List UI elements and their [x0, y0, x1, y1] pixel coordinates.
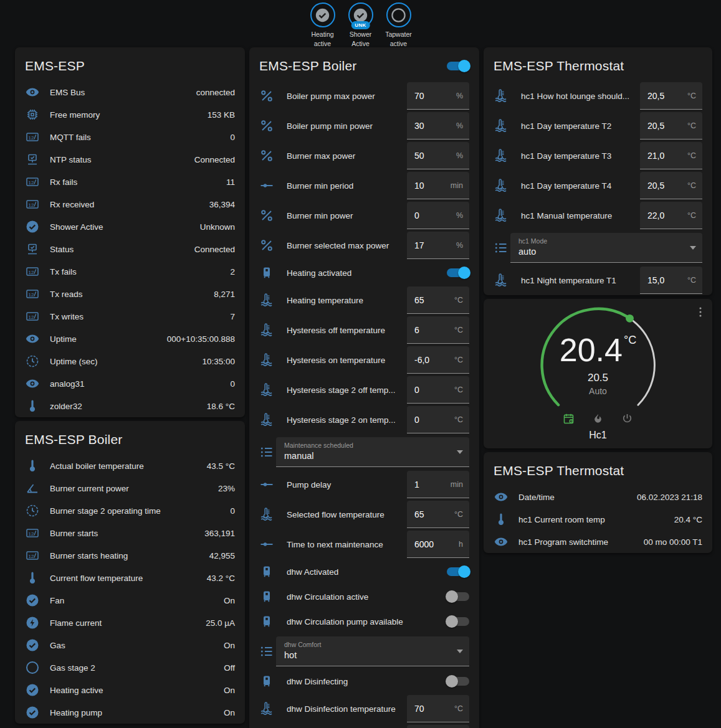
entity-row[interactable]: 12Burner starts363,191	[15, 522, 245, 544]
number-input[interactable]: 0%	[407, 202, 469, 229]
card-title: EMS-ESP	[15, 47, 245, 81]
dial-handle[interactable]	[626, 314, 634, 323]
entity-label: Tx writes	[50, 312, 230, 321]
badge-label: Heating active	[305, 30, 341, 49]
toggle-switch[interactable]	[447, 617, 469, 626]
state-badge[interactable]: Tapwater active	[381, 2, 417, 49]
entity-row[interactable]: GasOn	[15, 634, 245, 656]
state-badge[interactable]: UNKShower Active	[343, 2, 379, 49]
entity-row[interactable]: 12Tx fails2	[15, 260, 245, 283]
entity-row[interactable]: Free memory153 KB	[15, 103, 245, 126]
entity-label: Fan	[50, 596, 224, 605]
entity-label: Heating active	[50, 686, 224, 695]
number-input[interactable]: 65°C	[407, 501, 469, 528]
number-input[interactable]: 50%	[407, 142, 469, 169]
number-input[interactable]: 30%	[407, 112, 469, 139]
number-input[interactable]: 70°C	[407, 695, 469, 722]
number-input[interactable]: 1min	[407, 471, 469, 498]
number-input[interactable]: 15,0°C	[640, 267, 702, 294]
entity-row[interactable]: Current flow temperature43.2 °C	[15, 567, 245, 589]
number-input[interactable]: 10min	[407, 172, 469, 199]
number-input[interactable]: 0°C	[407, 406, 469, 433]
entity-label: hc1 Day temperature T2	[521, 121, 640, 131]
more-menu-icon[interactable]	[694, 305, 707, 319]
entity-row[interactable]: 12Rx fails11	[15, 171, 245, 193]
entity-row[interactable]: NTP statusConnected	[15, 148, 245, 171]
entity-value: 0	[230, 379, 235, 389]
entity-row[interactable]: 12Burner starts heating42,955	[15, 544, 245, 567]
entity-row[interactable]: Flame current25.0 µA	[15, 612, 245, 634]
entity-row[interactable]: EMS Busconnected	[15, 81, 245, 103]
power-icon[interactable]	[621, 412, 634, 425]
entity-row[interactable]: Burner current power23%	[15, 477, 245, 499]
number-input[interactable]: 21,0°C	[640, 142, 702, 169]
number-input[interactable]: 70%	[407, 82, 469, 110]
number-input[interactable]: 20,5°C	[640, 172, 702, 199]
entity-rows: Boiler pump max power70%Boiler pump min …	[249, 81, 479, 728]
thermo-water-icon	[259, 352, 274, 367]
entity-label: Gas stage 2	[50, 663, 224, 673]
number-value: 70	[414, 704, 424, 714]
entity-row[interactable]: zolder3218.6 °C	[15, 395, 245, 417]
badge-circle	[310, 2, 335, 27]
entity-rows: hc1 How hot lounge should...20,5°Chc1 Da…	[484, 81, 712, 295]
entity-row[interactable]: Heating activeOn	[15, 679, 245, 701]
toggle-switch[interactable]	[447, 567, 469, 576]
number-input[interactable]: 6°C	[407, 316, 469, 344]
entity-row[interactable]: Burner stage 2 operating time0	[15, 499, 245, 522]
eye-icon	[494, 534, 509, 549]
counter-icon: 12	[25, 130, 40, 144]
number-input[interactable]: 20,5°C	[640, 112, 702, 139]
entity-row[interactable]: FanOn	[15, 589, 245, 612]
thermostat-dial[interactable]: 20.4°C 20.5 Auto	[530, 304, 667, 411]
entity-value: Unknown	[200, 222, 235, 232]
entity-row[interactable]: hc1 Current room temp20.4 °C	[484, 508, 712, 531]
entity-row[interactable]: Gas stage 2Off	[15, 656, 245, 679]
entity-label: Heating activated	[287, 268, 447, 278]
boiler-icon	[259, 614, 274, 629]
entity-row[interactable]: Shower ActiveUnknown	[15, 215, 245, 238]
number-unit: °C	[454, 510, 463, 519]
card-ems-esp: EMS-ESP EMS BusconnectedFree memory153 K…	[15, 47, 245, 417]
number-input[interactable]: 40°C	[407, 725, 469, 728]
svg-text:12: 12	[29, 554, 34, 559]
number-input[interactable]: 20,5°C	[640, 82, 702, 110]
toggle-switch[interactable]	[447, 677, 469, 686]
entity-row[interactable]: StatusConnected	[15, 238, 245, 260]
entity-row[interactable]: Date/time06.02.2023 21:18	[484, 486, 712, 508]
entity-row[interactable]: Heating pumpOn	[15, 701, 245, 724]
entity-label: hc1 Program switchtime	[518, 537, 644, 547]
entity-row[interactable]: 12Rx received36,394	[15, 193, 245, 215]
entity-row[interactable]: 12Tx reads8,271	[15, 283, 245, 305]
current-temp-unit: °C	[624, 334, 636, 346]
fire-icon[interactable]	[591, 412, 604, 425]
entity-row[interactable]: 12Tx writes7	[15, 305, 245, 328]
number-input[interactable]: -6,0°C	[407, 346, 469, 374]
entity-row[interactable]: hc1 Program switchtime00 mo 00:00 T1	[484, 531, 712, 553]
toggle-switch[interactable]	[447, 592, 469, 601]
entity-label: NTP status	[50, 155, 194, 164]
number-input[interactable]: 0°C	[407, 376, 469, 404]
select-field[interactable]: Maintenance scheduledmanual	[276, 437, 469, 467]
select-field[interactable]: dhw Comforthot	[276, 636, 469, 666]
entity-value: On	[224, 641, 235, 650]
calendar-sync-icon[interactable]	[562, 412, 575, 425]
number-input[interactable]: 22,0°C	[640, 202, 702, 229]
entity-row[interactable]: analog310	[15, 372, 245, 395]
number-input[interactable]: 65°C	[407, 286, 469, 314]
number-unit: °C	[454, 704, 463, 713]
number-unit: °C	[454, 385, 463, 394]
boiler-power-toggle[interactable]	[447, 62, 469, 70]
entity-row[interactable]: Uptime (sec)10:35:00	[15, 350, 245, 372]
select-field[interactable]: hc1 Modeauto	[510, 233, 702, 263]
slider-icon	[259, 477, 274, 492]
toggle-switch[interactable]	[447, 268, 469, 277]
slider-icon	[259, 537, 274, 552]
entity-row[interactable]: 12MQTT fails0	[15, 126, 245, 148]
entity-row[interactable]: Actual boiler temperature43.5 °C	[15, 455, 245, 477]
number-input[interactable]: 6000h	[407, 531, 469, 558]
entity-row[interactable]: Uptime000+10:35:00.888	[15, 328, 245, 350]
number-input[interactable]: 17%	[407, 232, 469, 259]
thermo-water-icon	[494, 118, 509, 133]
state-badge[interactable]: Heating active	[305, 2, 341, 49]
